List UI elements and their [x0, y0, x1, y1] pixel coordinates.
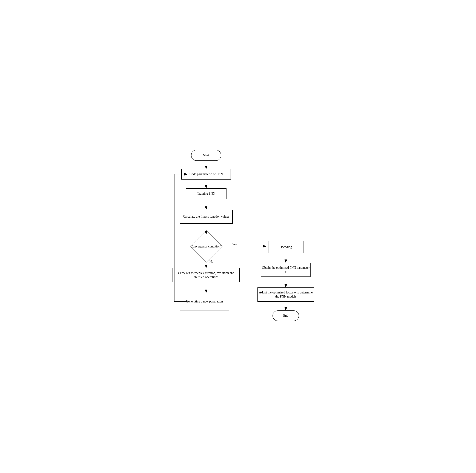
carryout-label: Carry out memeplex creation, evolution a…	[173, 271, 239, 279]
decoding-label: Decoding	[280, 245, 292, 249]
start-label: Start	[203, 153, 209, 157]
adopt-label: Adopt the optimized factor σ to determin…	[258, 291, 314, 299]
start-node: Start	[191, 150, 221, 161]
yes-label: Yes	[229, 242, 240, 247]
new-population-label: Generating a new population	[186, 299, 223, 304]
convergence-label: Convergence condition?	[191, 244, 221, 249]
end-node: End	[272, 310, 299, 321]
obtain-label: Obtain the optimized PNN parameter σ	[261, 266, 310, 274]
obtain-node: Obtain the optimized PNN parameter σ	[261, 263, 310, 277]
yes-text: Yes	[232, 242, 237, 246]
no-label: No	[207, 259, 216, 264]
flowchart: Start Code parameter σ of PNN Training P…	[158, 148, 318, 325]
fitness-node: Calculate the fitness function values	[180, 210, 233, 224]
code-param-label: Code parameter σ of PNN	[189, 172, 223, 176]
carryout-node: Carry out memeplex creation, evolution a…	[172, 268, 240, 282]
decoding-node: Decoding	[268, 241, 304, 253]
adopt-node: Adopt the optimized factor σ to determin…	[257, 287, 314, 302]
new-population-node: Generating a new population	[180, 293, 229, 310]
training-node: Training PNN	[186, 188, 226, 199]
no-text: No	[209, 260, 213, 264]
training-label: Training PNN	[197, 192, 215, 196]
convergence-node: Convergence condition?	[183, 234, 229, 259]
fitness-label: Calculate the fitness function values	[183, 214, 229, 219]
end-label: End	[283, 314, 289, 318]
code-param-node: Code parameter σ of PNN	[181, 169, 231, 179]
